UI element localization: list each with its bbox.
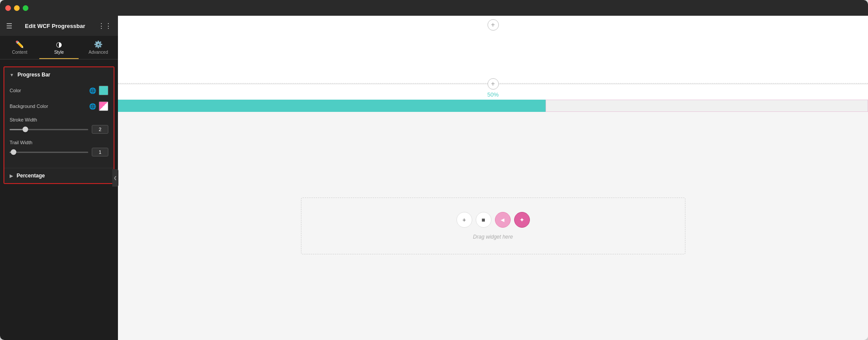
tool-widget-btn[interactable]: ■	[476, 212, 491, 228]
percentage-section-header[interactable]: ▶ Percentage	[4, 168, 114, 183]
traffic-lights	[5, 5, 28, 11]
app-body: ☰ Edit WCF Progressbar ⋮⋮ ✏️ Content ◑ S…	[0, 16, 868, 340]
tab-style[interactable]: ◑ Style	[39, 36, 79, 59]
color-controls: 🌐	[89, 86, 108, 95]
drag-drop-zone[interactable]: + ■ ◄ ✦ Drag widget here	[301, 198, 685, 254]
trail-width-slider-container: 1	[10, 148, 108, 156]
tool-move-icon: ✦	[519, 216, 525, 223]
drag-drop-tools: + ■ ◄ ✦	[456, 212, 530, 228]
main-canvas: + + 50%	[118, 16, 868, 340]
tab-content-label: Content	[12, 50, 27, 55]
tool-move-btn[interactable]: ✦	[514, 212, 530, 228]
stroke-width-label: Stroke Width	[10, 117, 37, 122]
globe-icon-bg[interactable]: 🌐	[89, 103, 96, 110]
add-icon-top: +	[491, 21, 495, 29]
tool-arrow-icon: ◄	[500, 216, 506, 223]
progress-bar-section-body: Color 🌐 Background Color 🌐	[4, 82, 114, 168]
collapse-arrow-icon: ▼	[10, 73, 14, 77]
color-label: Color	[10, 88, 21, 93]
progress-bar-fill	[118, 100, 546, 112]
close-button[interactable]	[5, 5, 11, 11]
titlebar	[0, 0, 868, 16]
tool-add-btn[interactable]: +	[456, 212, 472, 228]
trail-width-label: Trail Width	[10, 140, 32, 145]
tab-advanced-label: Advanced	[89, 50, 108, 55]
bg-color-label: Background Color	[10, 104, 48, 109]
stroke-width-section: Stroke Width 2	[10, 117, 108, 134]
progress-bar-section: ▼ Progress Bar Color 🌐	[3, 66, 114, 184]
progress-percent-label: 50%	[118, 91, 868, 98]
add-section-top-btn[interactable]: +	[488, 19, 499, 31]
color-picker-pink[interactable]	[99, 101, 108, 111]
minimize-button[interactable]	[14, 5, 20, 11]
tab-style-label: Style	[54, 50, 64, 55]
app-window: ☰ Edit WCF Progressbar ⋮⋮ ✏️ Content ◑ S…	[0, 0, 868, 340]
stroke-width-slider-track[interactable]	[10, 129, 88, 130]
sidebar-content: ▼ Progress Bar Color 🌐	[0, 59, 118, 340]
drag-text: Drag widget here	[473, 234, 513, 240]
trail-width-label-row: Trail Width	[10, 140, 108, 145]
progress-bar-container	[118, 100, 868, 112]
tool-widget-icon: ■	[481, 216, 485, 223]
maximize-button[interactable]	[23, 5, 28, 11]
trail-width-section: Trail Width 1	[10, 140, 108, 156]
percentage-arrow-icon: ▶	[10, 173, 13, 178]
stroke-width-label-row: Stroke Width	[10, 117, 108, 122]
globe-icon-color[interactable]: 🌐	[89, 87, 96, 94]
sidebar-collapse-btn[interactable]: ❮	[112, 169, 118, 187]
advanced-icon: ⚙️	[94, 40, 103, 49]
stroke-width-slider-container: 2	[10, 125, 108, 134]
sidebar-header: ☰ Edit WCF Progressbar ⋮⋮	[0, 16, 118, 36]
tab-content[interactable]: ✏️ Content	[0, 36, 39, 59]
color-row: Color 🌐	[10, 86, 108, 95]
tool-arrow-btn[interactable]: ◄	[495, 212, 511, 228]
trail-width-input[interactable]: 1	[92, 148, 108, 156]
bg-color-row: Background Color 🌐	[10, 101, 108, 111]
percentage-section-title: Percentage	[17, 173, 45, 179]
hamburger-icon[interactable]: ☰	[6, 22, 12, 30]
add-icon-mid: +	[491, 80, 495, 88]
sidebar: ☰ Edit WCF Progressbar ⋮⋮ ✏️ Content ◑ S…	[0, 16, 118, 340]
stroke-width-input[interactable]: 2	[92, 125, 108, 134]
progress-bar-section-header[interactable]: ▼ Progress Bar	[4, 67, 114, 82]
style-icon: ◑	[56, 40, 62, 49]
sidebar-tabs: ✏️ Content ◑ Style ⚙️ Advanced	[0, 36, 118, 59]
add-section-mid-btn[interactable]: +	[488, 78, 499, 90]
content-icon: ✏️	[15, 40, 24, 49]
collapse-chevron-icon: ❮	[114, 176, 117, 180]
canvas-drag-area: + ■ ◄ ✦ Drag widget here	[118, 112, 868, 340]
tool-add-icon: +	[462, 216, 466, 223]
color-picker-teal[interactable]	[99, 86, 108, 95]
bg-color-controls: 🌐	[89, 101, 108, 111]
tab-advanced[interactable]: ⚙️ Advanced	[79, 36, 118, 59]
progress-bar-section-title: Progress Bar	[17, 72, 50, 78]
canvas-top-section: +	[118, 16, 868, 83]
grid-icon[interactable]: ⋮⋮	[98, 22, 112, 30]
trail-width-slider-track[interactable]	[10, 152, 88, 153]
progress-bar-trail	[546, 100, 868, 112]
sidebar-title: Edit WCF Progressbar	[25, 23, 85, 29]
